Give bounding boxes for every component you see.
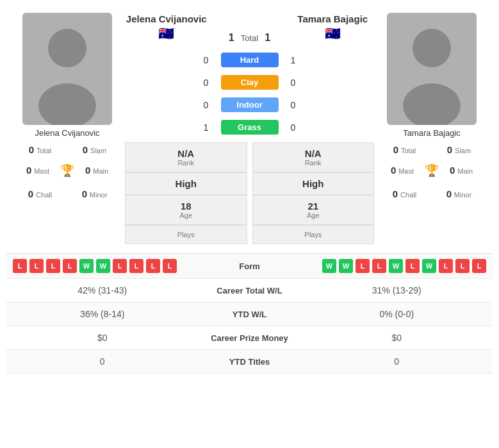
right-high-value: High	[256, 178, 372, 189]
left-age-box: 18 Age	[125, 195, 247, 225]
left-rank-label: Rank	[128, 159, 244, 167]
svg-point-4	[413, 29, 451, 67]
left-trophy-icon: 🏆	[60, 163, 74, 178]
left-form-badge-1: L	[29, 259, 44, 273]
court-badge-hard: Hard	[221, 53, 279, 67]
right-plays-box: Plays	[252, 225, 375, 244]
right-player-flag: 🇦🇺	[291, 26, 375, 41]
right-rank-value: N/A	[256, 148, 372, 159]
left-high-value: High	[128, 178, 244, 189]
left-chall-label: Chall	[36, 191, 52, 199]
left-form-badge-6: L	[113, 259, 127, 273]
stats-right-0: 31% (13-29)	[307, 285, 487, 295]
left-slam-value: 0	[83, 144, 88, 155]
right-minor-value: 0	[446, 188, 452, 199]
right-chall-grid: 0 Chall 0 Minor	[377, 185, 486, 203]
left-chall-grid: 0 Chall 0 Minor	[13, 185, 122, 203]
left-minor-value: 0	[82, 188, 87, 199]
right-rank-box: N/A Rank	[252, 142, 375, 172]
right-main-label: Main	[457, 167, 473, 175]
stats-center-1: YTD W/L	[192, 310, 307, 319]
court-badge-grass: Grass	[221, 120, 279, 135]
form-label: Form	[192, 261, 307, 271]
right-minor-label: Minor	[454, 191, 472, 199]
right-chall-value: 0	[393, 188, 398, 199]
stats-right-2: $0	[307, 333, 487, 343]
left-total-value: 0	[29, 144, 34, 155]
total-label: Total	[241, 33, 258, 43]
right-chall-label: Chall	[400, 191, 416, 199]
right-high-box: High	[252, 172, 375, 195]
right-age-value: 21	[256, 201, 372, 212]
left-form-badge-7: L	[129, 259, 143, 273]
right-form-badges: WWLLWLWLLL	[307, 259, 487, 273]
info-boxes-row: N/A Rank High 18 Age Plays	[125, 142, 374, 244]
court-left-score-0: 0	[197, 55, 216, 65]
center-column: Jelena Cvijanovic 🇦🇺 1 Total 1 Tamara Ba…	[125, 13, 374, 244]
court-row-hard: 0 Hard 1	[125, 49, 374, 71]
right-form-badge-7: L	[439, 259, 453, 273]
stats-left-3: 0	[13, 356, 192, 367]
stats-row-1: 36% (8-14) YTD W/L 0% (0-0)	[6, 303, 493, 326]
bottom-section: LLLLWWLLLL Form WWLLWLWLLL 42% (31-43) C…	[6, 253, 493, 374]
left-high-box: High	[125, 172, 247, 195]
right-trophy-row: 0 Mast 🏆 0 Main	[377, 158, 486, 182]
stats-center-0: Career Total W/L	[192, 286, 307, 295]
left-slam-label: Slam	[90, 147, 106, 154]
stats-center-2: Career Prize Money	[192, 333, 307, 343]
left-rank-value: N/A	[128, 148, 244, 159]
right-form-badge-3: L	[372, 259, 386, 273]
left-form-badge-8: L	[146, 259, 160, 273]
left-player-stats: 0 Total 0 Slam	[13, 141, 122, 158]
right-form-badge-8: L	[455, 259, 470, 273]
stats-row-0: 42% (31-43) Career Total W/L 31% (13-29)	[6, 279, 493, 303]
right-mast-label: Mast	[398, 167, 414, 175]
stats-left-2: $0	[13, 333, 192, 343]
left-age-value: 18	[128, 201, 244, 212]
left-info-boxes: N/A Rank High 18 Age Plays	[125, 142, 247, 244]
court-right-score-1: 0	[284, 78, 303, 88]
left-chall-value: 0	[28, 188, 33, 199]
left-total-score: 1	[229, 32, 234, 44]
left-form-badge-2: L	[46, 259, 60, 273]
right-main-value: 0	[450, 165, 455, 176]
court-right-score-2: 0	[284, 100, 303, 110]
stats-row-3: 0 YTD Titles 0	[6, 350, 493, 374]
right-form-badge-0: W	[322, 259, 336, 273]
left-player-name: Jelena Cvijanovic	[35, 128, 99, 138]
left-main-value: 0	[85, 165, 90, 176]
court-left-score-1: 0	[197, 78, 216, 88]
svg-point-1	[48, 29, 86, 67]
name-row: Jelena Cvijanovic 🇦🇺 1 Total 1 Tamara Ba…	[125, 13, 374, 44]
court-row-clay: 0 Clay 0	[125, 71, 374, 94]
court-right-score-3: 0	[284, 122, 303, 133]
right-age-box: 21 Age	[252, 195, 375, 225]
court-rows: 0 Hard 1 0 Clay 0 0 Indoor 0 1 Grass 0	[125, 49, 374, 138]
left-plays-box: Plays	[125, 225, 247, 244]
left-form-badge-0: L	[13, 259, 27, 273]
court-badge-indoor: Indoor	[221, 97, 279, 112]
left-player-flag: 🇦🇺	[125, 26, 208, 41]
left-form-badge-9: L	[163, 259, 177, 273]
right-trophy-icon: 🏆	[425, 163, 439, 178]
right-form-badge-2: L	[356, 259, 370, 273]
right-player-card: Tamara Bajagic 0 Total 0 Slam 0 Mast 🏆	[377, 13, 486, 203]
left-form-badge-3: L	[63, 259, 77, 273]
left-age-label: Age	[128, 212, 244, 219]
left-player-card: Jelena Cvijanovic 0 Total 0 Slam 0 Mast …	[13, 13, 122, 203]
left-form-badges: LLLLWWLLLL	[13, 259, 192, 273]
right-total-value: 0	[393, 144, 398, 155]
left-mast-value: 0	[26, 165, 31, 176]
right-player-name-center: Tamara Bajagic	[291, 13, 375, 26]
stats-row-2: $0 Career Prize Money $0	[6, 326, 493, 350]
right-form-badge-9: L	[472, 259, 486, 273]
court-badge-clay: Clay	[221, 75, 279, 90]
left-mast-label: Mast	[34, 167, 49, 175]
right-age-label: Age	[256, 212, 372, 219]
stats-right-1: 0% (0-0)	[307, 309, 487, 319]
left-rank-box: N/A Rank	[125, 142, 247, 172]
right-total-label: Total	[401, 147, 416, 154]
right-plays-label: Plays	[256, 231, 372, 238]
left-plays-label: Plays	[128, 231, 244, 238]
right-player-avatar	[387, 13, 477, 125]
